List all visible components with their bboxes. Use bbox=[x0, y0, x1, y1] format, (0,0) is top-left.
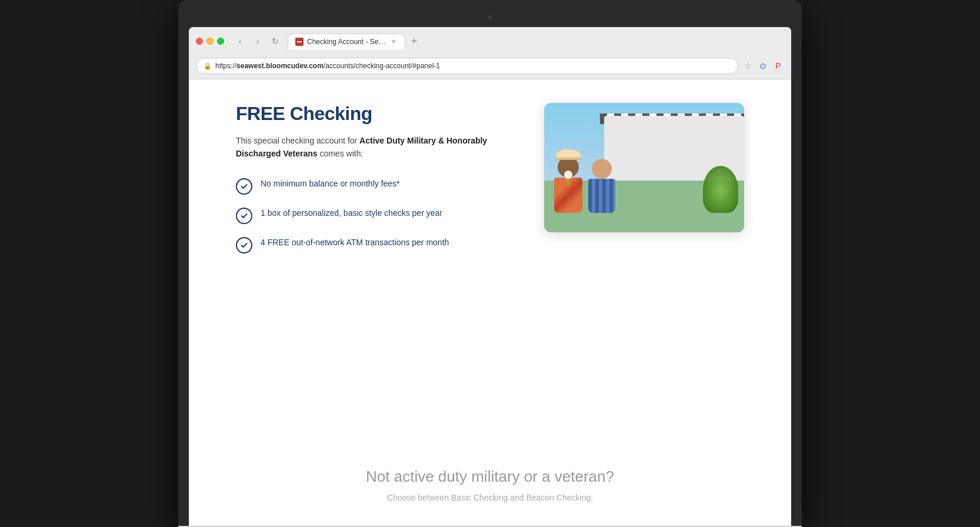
page-title: FREE Checking bbox=[236, 103, 521, 125]
feature-item-2: 1 box of personalized, basic style check… bbox=[236, 206, 521, 224]
scene-plant bbox=[703, 166, 738, 213]
person2-body bbox=[588, 179, 615, 213]
person2-head bbox=[592, 159, 612, 179]
feature-text-1: No minimum balance or monthly fees* bbox=[261, 177, 400, 190]
url-domain: seawest.bloomcudev.com bbox=[236, 62, 324, 70]
screen-bezel: ‹ › ↻ Checking Account - Sea West ✕ + bbox=[178, 0, 802, 526]
bottom-headline: Not active duty military or a veteran? bbox=[236, 468, 744, 486]
address-bar[interactable]: 🔒 https://seawest.bloomcudev.com/account… bbox=[196, 58, 738, 74]
photo-scene: Snack Bar bbox=[544, 103, 744, 232]
tab-favicon bbox=[295, 38, 304, 46]
person1 bbox=[554, 156, 582, 213]
intro-text: This special checking account for Active… bbox=[236, 134, 521, 161]
feature-item-3: 4 FREE out-of-network ATM transactions p… bbox=[236, 236, 521, 254]
url-path: /accounts/checking-account/#panel-1 bbox=[324, 62, 440, 70]
addressbar-actions: ☆ ⊙ P bbox=[742, 60, 784, 72]
active-tab[interactable]: Checking Account - Sea West ✕ bbox=[288, 34, 405, 49]
macbook-frame: ‹ › ↻ Checking Account - Sea West ✕ + bbox=[178, 0, 802, 527]
camera-bar bbox=[189, 11, 791, 24]
maximize-button[interactable] bbox=[217, 38, 224, 45]
tabs-row: Checking Account - Sea West ✕ + bbox=[288, 34, 422, 49]
scene-people bbox=[554, 156, 615, 213]
tab-close-button[interactable]: ✕ bbox=[389, 38, 398, 46]
traffic-lights bbox=[196, 38, 224, 45]
feature-text-3: 4 FREE out-of-network ATM transactions p… bbox=[261, 236, 449, 249]
pinterest-icon[interactable]: P bbox=[772, 60, 784, 72]
camera bbox=[488, 15, 492, 19]
content-left: FREE Checking This special checking acco… bbox=[236, 103, 521, 254]
ice-cream-1 bbox=[566, 174, 571, 186]
ice-cream-scoop-1 bbox=[564, 171, 572, 179]
bottom-section: Not active duty military or a veteran? C… bbox=[189, 432, 791, 526]
new-tab-button[interactable]: + bbox=[406, 34, 422, 49]
check-icon-1 bbox=[236, 178, 252, 195]
forward-button[interactable]: › bbox=[250, 35, 265, 48]
feature-text-2: 1 box of personalized, basic style check… bbox=[261, 206, 442, 219]
content-layout: FREE Checking This special checking acco… bbox=[236, 103, 744, 254]
addressbar-row: 🔒 https://seawest.bloomcudev.com/account… bbox=[196, 54, 784, 79]
bookmark-icon[interactable]: ☆ bbox=[742, 60, 754, 72]
browser-top-row: ‹ › ↻ Checking Account - Sea West ✕ + bbox=[196, 33, 784, 49]
sync-icon[interactable]: ⊙ bbox=[757, 60, 769, 72]
person1-hat bbox=[556, 149, 581, 160]
content-right: Snack Bar bbox=[544, 103, 744, 232]
promo-image: Snack Bar bbox=[544, 103, 744, 232]
close-button[interactable] bbox=[196, 38, 203, 45]
feature-list: No minimum balance or monthly fees* 1 bo… bbox=[236, 177, 521, 254]
person2 bbox=[588, 159, 615, 213]
url-text: https://seawest.bloomcudev.com/accounts/… bbox=[215, 62, 731, 70]
intro-part1: This special checking account for bbox=[236, 136, 359, 145]
intro-part2: comes with: bbox=[318, 149, 364, 158]
nav-buttons: ‹ › ↻ bbox=[232, 35, 283, 48]
bottom-subtext: Choose between Basic Checking and Beacon… bbox=[236, 493, 744, 502]
url-prefix: https:// bbox=[215, 62, 236, 70]
check-icon-2 bbox=[236, 208, 252, 224]
reload-button[interactable]: ↻ bbox=[268, 35, 283, 48]
person1-body bbox=[554, 178, 582, 213]
back-button[interactable]: ‹ bbox=[232, 35, 248, 48]
feature-item-1: No minimum balance or monthly fees* bbox=[236, 177, 521, 195]
page-content: FREE Checking This special checking acco… bbox=[189, 79, 791, 432]
ice-cream-cone-1 bbox=[565, 179, 571, 188]
tab-title: Checking Account - Sea West bbox=[307, 38, 386, 46]
favicon-bar bbox=[297, 41, 302, 42]
minimize-button[interactable] bbox=[206, 38, 214, 45]
browser-titlebar: ‹ › ↻ Checking Account - Sea West ✕ + bbox=[189, 27, 791, 79]
lock-icon: 🔒 bbox=[204, 62, 212, 70]
browser-window: ‹ › ↻ Checking Account - Sea West ✕ + bbox=[189, 27, 791, 526]
check-icon-3 bbox=[236, 237, 252, 254]
